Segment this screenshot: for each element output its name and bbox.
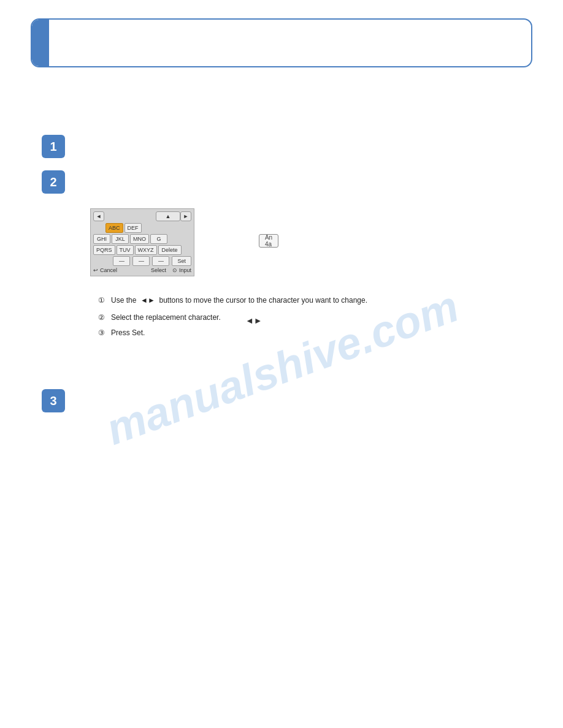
kb-set[interactable]: Set bbox=[172, 256, 191, 266]
header-accent bbox=[32, 20, 49, 66]
kb-def[interactable]: DEF bbox=[124, 223, 142, 233]
instruction-item3-num: ③ bbox=[98, 327, 105, 339]
instruction-item1-suffix: buttons to move the cursor to the charac… bbox=[159, 296, 367, 305]
step1-badge: 1 bbox=[42, 135, 65, 158]
kb-g[interactable]: G bbox=[150, 234, 167, 244]
kb-space2[interactable]: — bbox=[132, 256, 150, 266]
kb-cancel-text: Cancel bbox=[100, 267, 117, 273]
instruction-item1-text: Use the bbox=[111, 296, 136, 305]
kb-abc[interactable]: ABC bbox=[105, 223, 123, 233]
kb-space1[interactable]: — bbox=[113, 256, 130, 266]
kb-mno[interactable]: MNO bbox=[130, 234, 149, 244]
kb-cancel-arrow-icon: ↩ bbox=[93, 267, 98, 273]
kb-ghi[interactable]: GHI bbox=[93, 234, 110, 244]
step2-badge: 2 bbox=[42, 170, 65, 194]
kb-pqrs[interactable]: PQRS bbox=[93, 245, 115, 255]
instruction-item2-num: ② bbox=[98, 311, 105, 324]
kb-select-label: Select bbox=[151, 267, 166, 273]
kb-tuv[interactable]: TUV bbox=[117, 245, 134, 255]
kb-up-btn[interactable]: ▲ bbox=[156, 211, 180, 221]
kb-wxyz[interactable]: WXYZ bbox=[135, 245, 157, 255]
header-content bbox=[49, 37, 531, 49]
header-bar bbox=[31, 18, 532, 67]
kb-right-arrow[interactable]: ► bbox=[180, 211, 191, 221]
kb-input-text: Input bbox=[179, 267, 191, 273]
kb-delete[interactable]: Delete bbox=[158, 245, 182, 255]
kb-left-arrow[interactable]: ◄ bbox=[93, 211, 104, 221]
instruction-item2-text: Select the replacement character. bbox=[111, 313, 221, 322]
kb-input-icon-label: ⊙ Input bbox=[172, 267, 191, 273]
keyboard-panel: ◄ ▲ ► ABC DEF GHI JKL MNO G PQRS TUV WXY… bbox=[90, 208, 194, 276]
instruction-arrows-icon: ◄► bbox=[140, 296, 155, 305]
kb-joystick-icon: ⊙ bbox=[172, 267, 177, 273]
instruction-item1-num: ① bbox=[98, 294, 105, 306]
kb-cancel-label: ↩ Cancel bbox=[93, 267, 117, 273]
kb-select-text: Select bbox=[151, 267, 166, 273]
instruction-item3-text: Press Set. bbox=[111, 328, 145, 337]
input-mode-icon: An4a bbox=[259, 234, 278, 248]
step3-badge: 3 bbox=[42, 389, 65, 412]
input-mode-text: An4a bbox=[265, 234, 272, 248]
kb-jkl[interactable]: JKL bbox=[112, 234, 129, 244]
step2-instructions: ① Use the ◄► buttons to move the cursor … bbox=[98, 294, 514, 339]
kb-space3[interactable]: — bbox=[152, 256, 169, 266]
